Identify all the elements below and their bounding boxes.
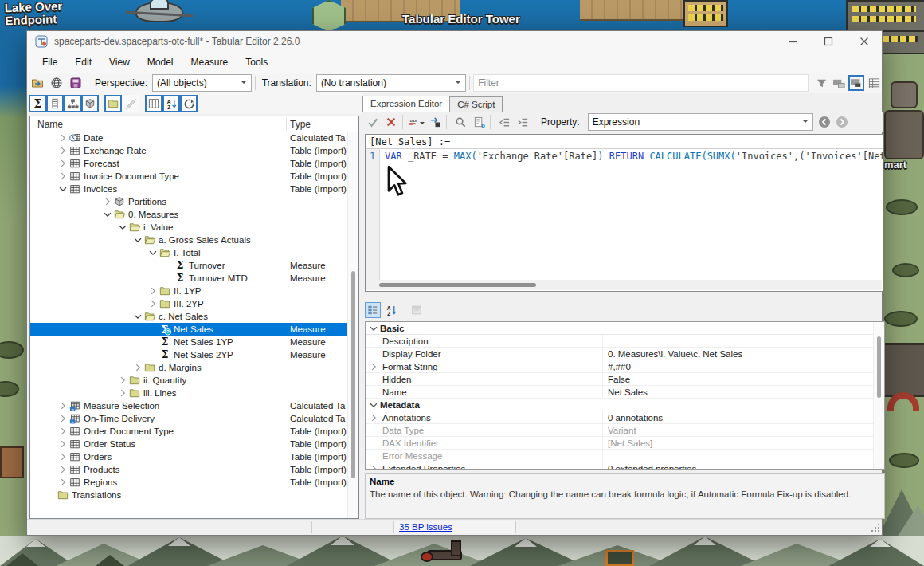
expander-icon[interactable]	[147, 285, 159, 297]
navigate-forward-button[interactable]	[836, 116, 848, 128]
expander-icon[interactable]	[57, 145, 69, 156]
property-value[interactable]: 0 annotations	[608, 413, 663, 423]
tree-row-forecast[interactable]: ForecastTable (Import)	[30, 157, 348, 170]
format-dax-shorten-button[interactable]	[427, 114, 443, 130]
expander-icon[interactable]	[147, 298, 159, 309]
expander-icon[interactable]	[117, 222, 128, 233]
tab-expression-editor[interactable]: Expression Editor	[362, 96, 450, 112]
tree-row-i-total[interactable]: I. Total	[30, 246, 348, 259]
property-value[interactable]: #,##0	[608, 362, 631, 371]
menu-measure[interactable]: Measure	[182, 53, 237, 71]
tree-row-order-status[interactable]: Order StatusTable (Import)	[30, 438, 348, 450]
expander-icon[interactable]	[132, 311, 143, 322]
expander-icon[interactable]	[57, 132, 69, 143]
property-category-metadata[interactable]: Metadata	[366, 399, 874, 411]
tree-row-translations[interactable]: Translations	[30, 489, 348, 501]
increase-indent-button[interactable]	[515, 114, 531, 130]
property-row-name[interactable]: NameNet Sales	[366, 386, 874, 399]
perspective-select[interactable]: (All objects)	[152, 74, 252, 92]
tree-row-order-document-type[interactable]: Order Document TypeTable (Import)	[30, 425, 348, 438]
toggle-metadata-columns-button[interactable]	[145, 95, 162, 112]
property-row-error-message[interactable]: Error Message	[366, 450, 874, 462]
expander-icon[interactable]	[57, 477, 69, 488]
minimize-button[interactable]	[774, 31, 810, 52]
property-value[interactable]: 0. Measures\i. Value\c. Net Sales	[608, 349, 742, 359]
property-value[interactable]: 0 extended properties	[608, 464, 696, 469]
toggle-object-types-button[interactable]	[180, 95, 198, 112]
expression-editor[interactable]: [Net Sales] := 1 VAR _RATE = MAX('Exchan…	[365, 134, 883, 292]
expander-icon[interactable]	[132, 362, 143, 373]
tree-row-net-sales-2yp[interactable]: ΣNet Sales 2YPMeasure	[30, 348, 348, 361]
property-grid-scrollbar-thumb[interactable]	[877, 336, 881, 398]
property-row-format-string[interactable]: Format String#,##0	[366, 360, 874, 373]
replace-button[interactable]: b	[471, 114, 487, 130]
tree-row-turnover[interactable]: ΣTurnoverMeasure	[30, 259, 348, 272]
code-area[interactable]: VAR _RATE = MAX('Exchange Rate'[Rate]) R…	[381, 149, 883, 280]
expander-icon[interactable]	[117, 387, 128, 399]
property-select[interactable]: Expression	[588, 113, 813, 131]
chevron-right-icon[interactable]	[368, 361, 378, 371]
tree-row-net-sales-1yp[interactable]: ΣNet Sales 1YPMeasure	[30, 336, 348, 348]
tree-row-regions[interactable]: RegionsTable (Import)	[30, 476, 348, 489]
expander-icon[interactable]	[117, 375, 128, 386]
expander-icon[interactable]	[102, 196, 113, 207]
filter-input[interactable]	[473, 74, 808, 92]
maximize-button[interactable]	[810, 31, 846, 52]
tree-scrollbar-thumb[interactable]	[351, 271, 355, 478]
expander-icon[interactable]	[102, 209, 113, 220]
property-row-hidden[interactable]: HiddenFalse	[366, 373, 874, 386]
sort-alphabetically-button[interactable]: AZ	[162, 95, 180, 112]
expander-icon[interactable]	[57, 464, 69, 475]
toggle-hidden-objects-button[interactable]	[122, 95, 139, 112]
tree-row-partitions[interactable]: Partitions	[30, 195, 348, 208]
expander-icon[interactable]	[57, 413, 69, 424]
property-row-dax-identifier[interactable]: DAX Identifier[Net Sales]	[366, 437, 874, 450]
tree-row-products[interactable]: ProductsTable (Import)	[30, 463, 348, 476]
tree-row-d-margins[interactable]: d. Margins	[30, 361, 348, 374]
translation-select[interactable]: (No translation)	[316, 74, 466, 92]
alphabetical-view-button[interactable]: AZ	[383, 302, 399, 318]
tab-c-script[interactable]: C# Script	[449, 96, 503, 112]
tree-row-on-time-delivery[interactable]: fxOn-Time DeliveryCalculated Ta	[30, 412, 348, 425]
bp-issues-link[interactable]: 35 BP issues	[399, 522, 452, 532]
expander-icon[interactable]	[57, 183, 69, 195]
property-category-basic[interactable]: Basic	[366, 322, 874, 335]
tree-row-i-value[interactable]: i. Value	[30, 221, 348, 234]
property-value[interactable]: False	[608, 375, 630, 384]
editor-hscrollbar[interactable]	[366, 280, 882, 290]
cancel-expression-button[interactable]	[383, 114, 399, 130]
tree-row-turnover-mtd[interactable]: ΣTurnover MTDMeasure	[30, 272, 348, 285]
tree-row-measure-selection[interactable]: fxMeasure SelectionCalculated Ta	[30, 399, 348, 412]
toggle-columns-button[interactable]	[46, 95, 64, 112]
property-row-description[interactable]: Description	[366, 335, 874, 348]
property-row-display-folder[interactable]: Display Folder0. Measures\i. Value\c. Ne…	[366, 348, 874, 360]
menu-tools[interactable]: Tools	[237, 53, 276, 71]
menu-model[interactable]: Model	[139, 53, 182, 71]
open-file-button[interactable]	[29, 74, 46, 92]
expander-icon[interactable]	[57, 426, 69, 437]
property-value[interactable]: [Net Sales]	[608, 438, 652, 448]
tree-row-ii-1yp[interactable]: II. 1YP	[30, 285, 348, 297]
tree-row-iii-2yp[interactable]: III. 2YP	[30, 297, 348, 310]
view-display-folders-button[interactable]	[848, 75, 864, 91]
property-value[interactable]: Net Sales	[608, 387, 648, 397]
view-flat-button[interactable]	[831, 75, 847, 91]
resize-grip[interactable]	[878, 530, 879, 532]
toggle-hierarchies-button[interactable]	[64, 95, 81, 112]
chevron-down-icon[interactable]	[368, 323, 378, 332]
title-bar[interactable]: spaceparts-dev.spaceparts-otc-full* - Ta…	[27, 31, 882, 52]
tree-column-type[interactable]: Type	[290, 119, 311, 130]
column-divider[interactable]	[286, 118, 287, 130]
expander-icon[interactable]	[57, 158, 69, 169]
tree-row-orders[interactable]: OrdersTable (Import)	[30, 450, 348, 463]
format-dax-button[interactable]: DAX	[409, 114, 425, 130]
editor-hscrollbar-thumb[interactable]	[379, 283, 536, 287]
chevron-down-icon[interactable]	[368, 399, 378, 409]
menu-file[interactable]: File	[33, 53, 66, 71]
filter-funnel-button[interactable]	[813, 75, 829, 91]
toggle-partitions-button[interactable]	[81, 95, 99, 112]
expander-icon[interactable]	[147, 247, 159, 258]
accept-expression-button[interactable]	[365, 114, 381, 130]
view-details-button[interactable]	[866, 75, 882, 91]
tree-row-exchange-rate[interactable]: Exchange RateTable (Import)	[30, 144, 348, 157]
